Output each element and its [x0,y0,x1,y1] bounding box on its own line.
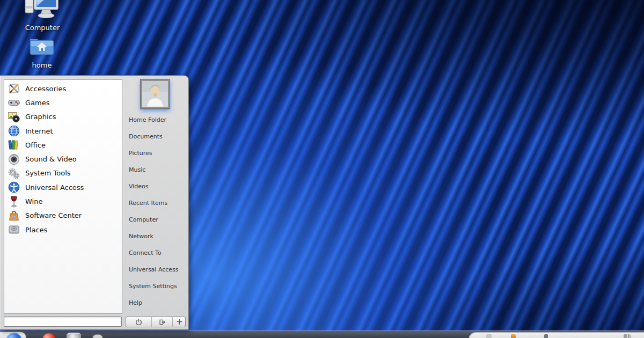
category-label: System Tools [25,169,71,177]
silver-cylinder-app-icon[interactable] [67,333,81,338]
menu-category-games[interactable]: Games [4,95,122,109]
tray-dark-icon[interactable] [544,334,548,338]
menu-place-help[interactable]: Help [127,295,187,311]
category-label: Internet [25,127,53,135]
red-orb-app-icon[interactable] [42,333,55,338]
category-label: Universal Access [25,183,84,192]
menu-places-list: Home Folder Documents Pictures Music Vid… [127,112,187,311]
category-label: Sound & Video [25,155,77,163]
menu-category-accessories[interactable]: Accessories [4,82,122,95]
desktop-icon-computer[interactable]: Computer [19,0,65,32]
software-center-icon [8,209,20,222]
category-label: Office [25,141,46,149]
menu-place-computer[interactable]: Computer [127,211,187,228]
gray-device-app-icon[interactable] [92,334,103,338]
menu-category-universal-access[interactable]: Universal Access [4,180,122,194]
menu-category-internet[interactable]: Internet [4,124,122,138]
category-label: Games [25,99,49,107]
graphics-icon [8,111,20,123]
tray-generic-icon[interactable] [486,334,492,338]
system-tools-icon [8,167,20,180]
sound-video-icon [8,153,20,166]
category-label: Software Center [25,211,82,219]
logout-button[interactable] [151,317,172,327]
menu-place-music[interactable]: Music [127,161,187,178]
desktop-icon-label: Computer [19,24,65,32]
home-folder-icon [28,35,55,57]
menu-category-graphics[interactable]: Graphics [4,110,122,124]
menu-place-pictures[interactable]: Pictures [127,145,187,161]
menu-place-connect-to[interactable]: Connect To [127,245,187,261]
menu-place-universal-access[interactable]: Universal Access [127,261,187,278]
search-input[interactable] [4,317,122,327]
menu-category-system-tools[interactable]: System Tools [4,166,122,180]
menu-place-documents[interactable]: Documents [127,128,187,145]
menu-place-system-settings[interactable]: System Settings [127,278,187,295]
menu-category-sound-video[interactable]: Sound & Video [4,152,122,166]
office-icon [8,138,20,151]
menu-category-software-center[interactable]: Software Center [4,209,122,223]
menu-category-places[interactable]: Places [4,223,122,237]
category-label: Graphics [25,113,56,121]
application-menu-window: Accessories Games Graphics [0,75,189,330]
internet-icon [8,124,20,137]
menu-place-recent-items[interactable]: Recent Items [127,195,187,211]
user-avatar[interactable] [141,79,170,108]
menu-place-network[interactable]: Network [127,228,187,245]
category-label: Accessories [25,85,66,93]
session-button-bar: + [126,317,186,327]
volume-icon[interactable] [624,334,631,338]
wine-icon [8,195,20,208]
menu-category-panel: Accessories Games Graphics [4,79,122,314]
taskbar [0,330,644,338]
accessories-icon [8,82,20,95]
shutdown-button[interactable] [126,317,151,327]
universal-access-icon [8,181,20,194]
computer-icon [25,0,60,19]
desktop-icon-label: home [25,61,59,69]
games-icon [8,96,20,109]
places-icon [8,223,20,236]
tray-orange-icon[interactable] [511,334,516,338]
menu-category-office[interactable]: Office [4,138,122,152]
menu-place-home-folder[interactable]: Home Folder [127,112,187,128]
logout-icon [158,318,166,326]
power-icon [135,318,143,326]
plus-icon: + [176,318,183,326]
menu-place-videos[interactable]: Videos [127,178,187,195]
menu-category-wine[interactable]: Wine [4,194,122,208]
category-label: Places [25,226,47,234]
category-label: Wine [25,197,42,205]
system-tray [469,332,644,338]
add-button[interactable]: + [172,317,186,327]
desktop-icon-home[interactable]: home [25,35,59,69]
